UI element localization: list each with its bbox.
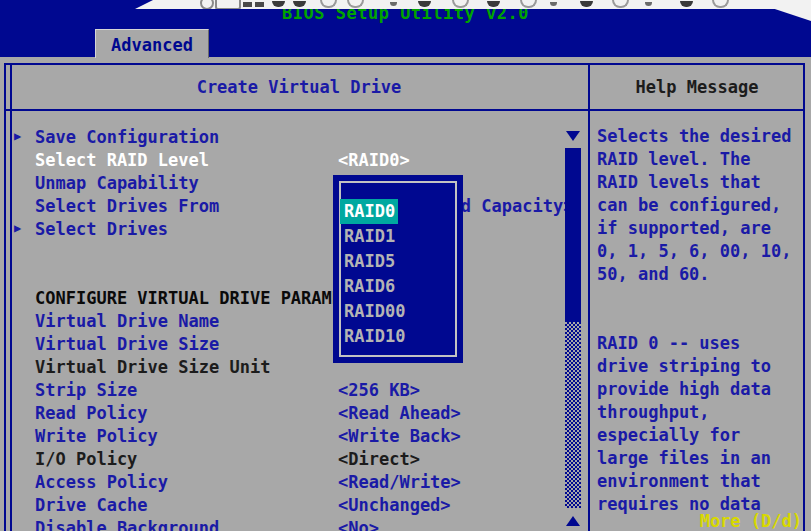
panel-divider xyxy=(588,63,590,531)
item-value: <RAID0> xyxy=(338,152,410,169)
toolbar-icon-fragment xyxy=(612,0,629,8)
list-item-read-policy[interactable]: Read Policy<Read Ahead> xyxy=(10,402,565,425)
scrollbar-track[interactable] xyxy=(565,322,581,508)
popup-option-raid1[interactable]: RAID1 xyxy=(340,224,456,249)
list-item-select-drives-from[interactable]: Select Drives From<Unconfigured Capacity… xyxy=(10,195,565,218)
submenu-arrow-icon: ▶ xyxy=(14,222,21,234)
help-line xyxy=(597,312,807,335)
help-line: especially for xyxy=(597,427,807,450)
help-line: provide high data xyxy=(597,381,807,404)
help-line: Selects the desired xyxy=(597,128,807,151)
item-value: <Direct> xyxy=(338,451,420,468)
popup-option-raid5[interactable]: RAID5 xyxy=(340,249,456,274)
item-value: <Read Ahead> xyxy=(338,405,461,422)
help-line: drive striping to xyxy=(597,358,807,381)
toolbar-icon-fragment xyxy=(418,1,431,7)
toolbar-icon-fragment xyxy=(320,0,337,8)
toolbar-icon-fragment xyxy=(520,0,537,8)
item-value: <Write Back> xyxy=(338,428,461,445)
item-label: Select Drives xyxy=(35,221,168,238)
more-indicator: More (D/d) xyxy=(590,513,808,530)
item-label: Virtual Drive Size xyxy=(35,336,219,353)
item-label: Save Configuration xyxy=(35,129,219,146)
popup-option-raid00[interactable]: RAID00 xyxy=(340,299,456,324)
page-title: Create Virtual Drive xyxy=(10,79,588,96)
list-item-write-policy[interactable]: Write Policy<Write Back> xyxy=(10,425,565,448)
toolbar-icon-fragment xyxy=(390,2,397,6)
toolbar-icon-fragment xyxy=(712,0,729,8)
list-item-virtual-drive-size[interactable]: Virtual Drive Size xyxy=(10,333,565,356)
popup-option-raid6[interactable]: RAID6 xyxy=(340,274,456,299)
scrollbar-thumb[interactable] xyxy=(565,148,581,322)
list-item-disable-background[interactable]: Disable Background<No> xyxy=(10,517,565,531)
item-label: Read Policy xyxy=(35,405,148,422)
help-panel-title: Help Message xyxy=(590,79,804,96)
list-item-configure-virtual-drive-parameters[interactable]: CONFIGURE VIRTUAL DRIVE PARAMETERS: xyxy=(10,287,565,310)
list-item-select-drives[interactable]: ▶Select Drives xyxy=(10,218,565,241)
toolbar-icon-fragment xyxy=(293,1,306,7)
toolbar-icon-fragment xyxy=(255,2,264,7)
list-item-blank xyxy=(10,241,565,264)
item-value: <256 KB> xyxy=(338,382,420,399)
item-label: Select Drives From xyxy=(35,198,219,215)
list-item-virtual-drive-size-unit[interactable]: Virtual Drive Size Unit xyxy=(10,356,565,379)
item-label: Unmap Capability xyxy=(35,175,199,192)
list-item-unmap-capability[interactable]: Unmap Capability xyxy=(10,172,565,195)
list-item-i-o-policy[interactable]: I/O Policy<Direct> xyxy=(10,448,565,471)
item-label: Disable Background xyxy=(35,520,219,531)
help-line: if supported, are xyxy=(597,220,807,243)
toolbar-icon-fragment xyxy=(200,0,214,10)
item-label: Virtual Drive Name xyxy=(35,313,219,330)
help-line: throughput, xyxy=(597,404,807,427)
tab-advanced[interactable]: Advanced xyxy=(95,29,209,58)
toolbar-icon-fragment xyxy=(550,2,557,6)
help-line: 50, and 60. xyxy=(597,266,807,289)
list-item-virtual-drive-name[interactable]: Virtual Drive Name xyxy=(10,310,565,333)
item-label: Access Policy xyxy=(35,474,168,491)
bios-screen: BIOS Setup Utility v2.0 Advanced Create … xyxy=(0,0,811,531)
toolbar-icon-fragment xyxy=(243,2,252,7)
toolbar-icon-fragment xyxy=(487,1,500,7)
help-line: RAID 0 -- uses xyxy=(597,335,807,358)
list-item-blank xyxy=(10,264,565,287)
help-line: can be configured, xyxy=(597,197,807,220)
item-label: I/O Policy xyxy=(35,451,137,468)
raid-level-popup: RAID0RAID1RAID5RAID6RAID00RAID10 xyxy=(333,175,463,363)
toolbar-icon-fragment xyxy=(580,1,593,7)
list-item-drive-cache[interactable]: Drive Cache<Unchanged> xyxy=(10,494,565,517)
help-line: environment that xyxy=(597,473,807,496)
submenu-arrow-icon: ▶ xyxy=(14,130,21,142)
popup-option-raid10[interactable]: RAID10 xyxy=(340,324,456,349)
item-value: <No> xyxy=(338,520,379,531)
help-line: RAID level. The xyxy=(597,151,807,174)
item-value: <Read/Write> xyxy=(338,474,461,491)
item-label: Virtual Drive Size Unit xyxy=(35,359,270,376)
item-label: Write Policy xyxy=(35,428,158,445)
toolbar-icon-fragment xyxy=(347,0,364,8)
console-toolbar-strip xyxy=(115,0,811,9)
help-line: large files in an xyxy=(597,450,807,473)
item-label: Strip Size xyxy=(35,382,137,399)
list-item-access-policy[interactable]: Access Policy<Read/Write> xyxy=(10,471,565,494)
toolbar-icon-fragment xyxy=(272,1,285,7)
frame-left-outer-border xyxy=(4,63,6,531)
item-label: Drive Cache xyxy=(35,497,148,514)
help-line: 0, 1, 5, 6, 00, 10, xyxy=(597,243,807,266)
item-value: <Unchanged> xyxy=(338,497,451,514)
popup-option-raid0[interactable]: RAID0 xyxy=(340,199,398,224)
scroll-arrow-top-icon[interactable] xyxy=(566,131,580,141)
help-line xyxy=(597,289,807,312)
item-label: Select RAID Level xyxy=(35,152,209,169)
toolbar-icon-fragment xyxy=(215,0,241,10)
list-item-save-configuration[interactable]: ▶Save Configuration xyxy=(10,126,565,149)
toolbar-icon-fragment xyxy=(645,2,652,6)
list-item-strip-size[interactable]: Strip Size<256 KB> xyxy=(10,379,565,402)
help-line: RAID levels that xyxy=(597,174,807,197)
toolbar-icon-fragment xyxy=(452,0,469,8)
header-bottom-border xyxy=(4,109,805,111)
toolbar-icon-fragment xyxy=(680,1,693,7)
scroll-arrow-bottom-icon[interactable] xyxy=(566,516,580,526)
frame-top-border xyxy=(4,63,805,65)
list-item-select-raid-level[interactable]: Select RAID Level<RAID0> xyxy=(10,149,565,172)
